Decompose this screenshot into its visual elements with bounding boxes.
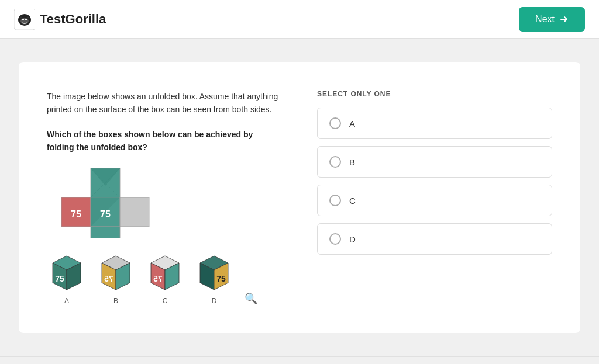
option-b[interactable]: B <box>317 146 552 178</box>
right-panel: SELECT ONLY ONE A B C D <box>317 90 552 305</box>
content-card: The image below shows an unfolded box. A… <box>19 62 580 333</box>
option-a-letter: A <box>349 119 355 129</box>
logo-text: TestGorilla <box>40 12 106 27</box>
logo-icon <box>14 9 35 30</box>
svg-text:75: 75 <box>100 209 111 219</box>
svg-text:75: 75 <box>55 273 64 283</box>
select-label: SELECT ONLY ONE <box>317 90 552 98</box>
app-footer: Powered by TestGorilla <box>0 356 599 364</box>
arrow-right-icon <box>559 15 569 24</box>
unfolded-box-diagram: 75 75 <box>47 168 282 241</box>
answer-box-a-label: A <box>64 297 69 305</box>
next-button[interactable]: Next <box>519 7 585 32</box>
answer-box-b-label: B <box>113 297 118 305</box>
radio-a[interactable] <box>329 117 341 129</box>
radio-c[interactable] <box>329 195 341 206</box>
left-panel: The image below shows an unfolded box. A… <box>47 90 282 305</box>
question-bold: Which of the boxes shown below can be ac… <box>47 128 282 154</box>
svg-text:75: 75 <box>71 209 81 219</box>
zoom-icon[interactable]: 🔍 <box>245 292 257 305</box>
svg-text:75: 75 <box>216 273 226 283</box>
answer-box-d-label: D <box>212 297 217 305</box>
option-c-letter: C <box>349 196 356 206</box>
svg-point-8 <box>27 16 29 18</box>
svg-point-6 <box>25 19 27 20</box>
option-d-letter: D <box>349 234 356 244</box>
svg-text:75: 75 <box>153 273 163 283</box>
svg-point-5 <box>22 19 24 20</box>
question-intro: The image below shows an unfolded box. A… <box>47 90 282 116</box>
option-b-letter: B <box>349 157 355 167</box>
main-content: The image below shows an unfolded box. A… <box>0 39 599 356</box>
svg-point-7 <box>20 16 22 18</box>
option-a[interactable]: A <box>317 108 552 139</box>
answer-box-c: 75 C <box>145 252 185 305</box>
unfolded-box-svg: 75 75 <box>47 168 164 238</box>
app-header: TestGorilla Next <box>0 0 599 39</box>
answer-box-b: 75 B <box>96 252 136 305</box>
answer-boxes: 75 A 75 B <box>47 252 282 305</box>
svg-rect-18 <box>120 197 149 227</box>
option-c[interactable]: C <box>317 185 552 216</box>
logo: TestGorilla <box>14 9 106 30</box>
svg-marker-19 <box>91 227 120 238</box>
radio-b[interactable] <box>329 156 341 168</box>
answer-box-a: 75 A <box>47 252 87 305</box>
option-d[interactable]: D <box>317 223 552 255</box>
option-list: A B C D <box>317 108 552 255</box>
radio-d[interactable] <box>329 233 341 245</box>
answer-box-d: 75 D <box>194 252 234 305</box>
answer-box-c-label: C <box>163 297 168 305</box>
svg-text:75: 75 <box>104 273 113 283</box>
